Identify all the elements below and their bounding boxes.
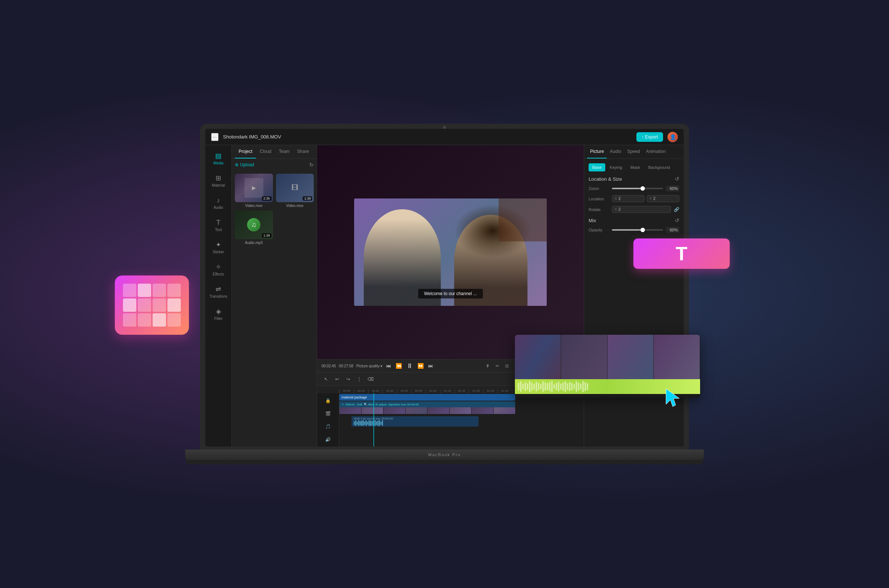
tab-share[interactable]: Share [293,145,312,159]
text-icon: T [216,219,221,226]
sidebar-item-text-label: Text [215,228,222,232]
zoom-value: 60% [666,186,679,191]
back-button[interactable]: ← [211,133,219,141]
sidebar-item-sticker[interactable]: ✦ Sticker [207,237,230,258]
sub-tab-keying[interactable]: Keying [606,163,626,171]
video-track-row: ✧ Effects · Edit 🔍 filter ⊟ adjust clipn… [339,401,584,415]
location-size-reset[interactable]: ↺ [675,176,679,182]
zoom-slider-fill [612,188,643,189]
delete-tool[interactable]: ⌫ [366,375,375,384]
media-item-name-3: Audio.mp3 [235,241,273,245]
split-tool[interactable]: ⋮ [355,375,364,384]
location-y-input[interactable]: Y 2 [647,195,679,202]
sidebar-item-material[interactable]: ⊞ Material [207,170,230,191]
tab-cloud[interactable]: Cloud [256,145,275,159]
ruler-mark: 01:40 [483,389,497,393]
sidebar-item-filter[interactable]: ◈ Filter [207,304,230,324]
video-icon-2: 🎞 [291,184,298,192]
split-icon[interactable]: ✂ [493,362,501,369]
media-tabs: Project Cloud Team Share [232,145,317,159]
preview-area: Welcome to our channel ... 00:02:45 00:2… [317,145,584,447]
audio-waveform [354,420,476,426]
timeline-tracks: material package ✧ Effects · Edit 🔍 filt… [339,393,584,447]
skip-end-button[interactable]: ⏭ [428,362,434,369]
skip-start-button[interactable]: ⏮ [385,362,392,369]
opacity-property: Opacity 60% [589,227,679,233]
media-thumbnail-2[interactable]: 🎞 1:39 [276,174,314,202]
rotate-link-icon[interactable]: 🔗 [674,207,679,212]
sidebar-item-effects[interactable]: ✧ Effects [207,259,230,280]
film-cell [167,284,181,297]
track-label-lock: 🔒 [317,395,339,406]
effects-edit-label: Effects · Edit [345,403,362,406]
video-frame: Welcome to our channel ... [317,145,584,359]
media-icon: ▤ [215,152,222,160]
location-label: Location [589,196,609,201]
media-thumbnail-1[interactable]: ▶ 2:35 [235,174,273,202]
mix-section-header: Mix ↺ [589,218,679,223]
sidebar-item-text[interactable]: T Text [207,215,230,236]
zoom-slider[interactable] [612,188,663,189]
ruler-mark: 00:30 [382,389,397,393]
audio-track-row: Shift 2.0x sound.aac 00:00:00 [339,416,584,427]
play-pause-button[interactable]: ⏸ [405,362,414,370]
ruler-mark: 00:10 [354,389,368,393]
opacity-label: Opacity [589,228,609,232]
sidebar-item-audio[interactable]: ♪ Audio [207,192,230,213]
track-labels: 🔒 🎬 🎵 🔊 [317,393,339,447]
laptop-screen-content: ← Shotondark IMG_008.MOV ↑ Export 👤 ▤ Me… [205,129,684,447]
preview-frame-3 [608,335,654,379]
rotate-x-input[interactable]: X 2 [612,206,671,213]
sub-tab-base[interactable]: Base [589,163,605,171]
location-x-input[interactable]: X 2 [612,195,644,202]
forward-button[interactable]: ⏩ [417,362,425,369]
microphone-icon[interactable]: 🎙 [484,362,491,369]
cursor-tool[interactable]: ↖ [321,375,330,384]
zoom-label: Zoom [589,186,609,191]
video-content: Welcome to our channel ... [354,198,547,306]
material-clip-label: material package [341,396,367,399]
sidebar-item-transitions[interactable]: ⇌ Transitions [207,281,230,302]
mix-reset[interactable]: ↺ [675,218,679,223]
opacity-slider[interactable] [612,229,663,231]
tab-project[interactable]: Project [235,145,256,159]
tab-picture[interactable]: Picture [587,145,607,159]
transitions-icon: ⇌ [216,285,221,293]
material-clip[interactable]: material package [339,394,515,400]
sidebar-item-filter-label: Filter [214,316,222,321]
tab-team[interactable]: Team [275,145,293,159]
duration-badge-3: 1:39 [262,233,272,238]
user-avatar[interactable]: 👤 [667,132,678,142]
speed-icon[interactable]: ⊡ [503,362,511,369]
film-cell [138,284,151,297]
refresh-button[interactable]: ↻ [309,162,314,168]
sticker-icon: ✦ [216,241,221,249]
sidebar-item-media[interactable]: ▤ Media [207,148,230,169]
tab-speed[interactable]: Speed [624,145,643,159]
filter-icon-tl: 🔍 filter [364,403,374,406]
effects-icon: ✧ [216,263,221,271]
effects-bar[interactable]: ✧ Effects · Edit 🔍 filter ⊟ adjust clipn… [339,401,515,407]
export-button[interactable]: ↑ Export [637,132,663,142]
tab-audio[interactable]: Audio [607,145,624,159]
redo-button[interactable]: ↪ [344,375,353,384]
upload-button[interactable]: ⊕ Upload [235,162,254,167]
sub-tab-background[interactable]: Background [644,163,674,171]
undo-button[interactable]: ↩ [333,375,341,384]
video-clip-strip[interactable] [339,407,515,414]
location-size-section-header: Location & Size ↺ [589,176,679,182]
tab-animation[interactable]: Animation [643,145,668,159]
media-thumbnail-3[interactable]: ♫ 1:39 [235,211,273,239]
location-property: Location X 2 Y 2 [589,195,679,202]
sub-tab-mask[interactable]: Mask [627,163,644,171]
audio-clip[interactable]: Shift 2.0x sound.aac 00:00:00 [351,416,479,426]
current-time: 00:02:45 [321,364,336,368]
sidebar-item-transitions-label: Transitions [209,294,227,298]
location-size-title: Location & Size [589,176,622,182]
quality-label[interactable]: Picture quality ▾ [356,364,383,368]
laptop-screen: T [200,124,689,450]
rotate-property: Rotate X 2 🔗 [589,206,679,213]
rewind-button[interactable]: ⏪ [395,362,402,369]
adjust-icon-tl: ⊟ adjust [375,403,387,406]
sidebar-item-sticker-label: Sticker [213,250,224,254]
